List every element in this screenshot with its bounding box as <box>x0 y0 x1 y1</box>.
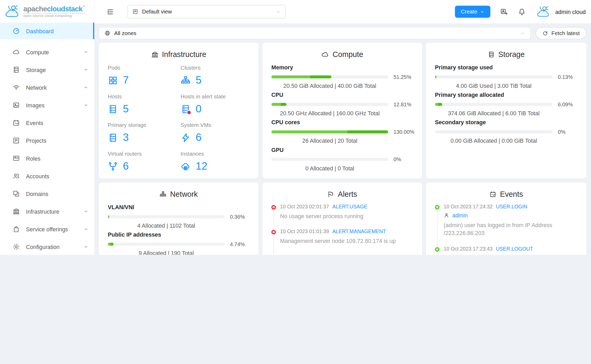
network-card: Network VLAN/VNI 0.36% 4 Allocated | 110… <box>99 182 259 255</box>
stat-instances[interactable]: Instances 12 <box>180 151 249 172</box>
sidebar-item-label: Infrastructure <box>26 208 78 214</box>
chevron-down-icon <box>276 9 281 14</box>
sidebar-collapse-icon[interactable] <box>107 8 114 15</box>
event-type-link[interactable]: USER.LOGOUT <box>496 246 533 251</box>
public-ip-metric: Public IP addresses 4.74% 9 Allocated | … <box>108 231 250 255</box>
stat-pods[interactable]: Pods 7 <box>108 65 177 86</box>
sidebar-item-compute[interactable]: Compute <box>0 44 94 60</box>
event-green-dot-icon <box>435 247 440 252</box>
topbar-actions: Create admin cloud <box>455 4 586 19</box>
sidebar-item-service-offerings[interactable]: Service offerings <box>0 221 94 237</box>
sidebar-nav: Dashboard Compute Storage Network Images <box>0 23 94 255</box>
main-area: Default view Create <box>95 0 591 255</box>
sidebar-item-roles[interactable]: Roles <box>0 150 94 167</box>
bell-icon[interactable] <box>518 8 526 16</box>
alerts-timeline: 10 Oct 2023 02:01:37ALERT.USAGE No usage… <box>271 204 413 255</box>
monkey-cloud-logo-icon <box>4 3 21 19</box>
translate-icon[interactable] <box>500 8 508 16</box>
cloud-icon <box>321 50 329 58</box>
chevron-down-icon <box>84 209 88 214</box>
user-menu[interactable]: admin cloud <box>536 4 586 19</box>
id-card-icon <box>12 155 20 162</box>
sidebar-item-label: Service offerings <box>26 226 78 232</box>
sidebar-item-network[interactable]: Network <box>0 79 94 96</box>
event-green-dot-icon <box>435 205 440 209</box>
cpu-progress-bar <box>271 103 388 106</box>
fetch-latest-button[interactable]: Fetch latest <box>536 27 587 39</box>
flag-icon <box>327 191 335 198</box>
sidebar-item-events[interactable]: Events <box>0 114 94 131</box>
view-selector[interactable]: Default view <box>127 5 286 18</box>
stat-virtual-routers[interactable]: Virtual routers 6 <box>108 151 177 172</box>
calendar-check-icon <box>489 191 497 198</box>
primary-storage-used-metric: Primary storage used 0.13% 4.00 GiB Used… <box>435 64 578 89</box>
sidebar-item-projects[interactable]: Projects <box>0 132 94 149</box>
zone-selector[interactable]: All zones <box>99 27 531 39</box>
project-board-icon <box>12 137 20 145</box>
alert-item[interactable]: 10 Aug 2023 15:03:18ALERT.MANAGEMENT Man… <box>280 254 413 255</box>
shopping-bag-icon <box>12 225 20 233</box>
gpu-metric: GPU 0% 0 Allocated | 0 Total <box>271 147 413 171</box>
sidebar-item-accounts[interactable]: Accounts <box>0 168 94 184</box>
globe-icon <box>104 30 111 36</box>
event-user-link[interactable]: admin <box>452 212 468 218</box>
alert-item[interactable]: 10 Oct 2023 02:01:37ALERT.USAGE No usage… <box>280 204 413 220</box>
sidebar-item-label: Accounts <box>26 173 88 179</box>
cloudstack-dashboard: apachecloudstack™ open source cloud comp… <box>0 0 591 255</box>
sidebar-item-label: Configuration <box>26 244 78 250</box>
event-user-link[interactable]: admin <box>452 254 468 255</box>
sidebar-item-label: Storage <box>26 66 78 73</box>
avatar <box>536 4 551 19</box>
red-status-dot <box>187 110 192 115</box>
vlan-metric: VLAN/VNI 0.36% 4 Allocated | 1102 Total <box>108 204 250 229</box>
image-icon <box>12 101 20 109</box>
chevron-down-icon <box>84 68 88 72</box>
compute-card-title: Compute <box>271 50 413 59</box>
sidebar-item-infrastructure[interactable]: Infrastructure <box>0 203 94 220</box>
events-timeline: 10 Oct 2023 17:24:32USER.LOGIN admin (ad… <box>435 204 578 255</box>
zone-bar: All zones Fetch latest <box>99 27 587 39</box>
user-name: admin cloud <box>555 8 586 15</box>
alert-type-link[interactable]: ALERT.MANAGEMENT <box>332 229 386 234</box>
pods-grid-icon <box>108 75 118 85</box>
sidebar-item-label: Dashboard <box>26 28 88 34</box>
view-selector-value: Default view <box>142 9 272 15</box>
stat-primary-storage[interactable]: Primary storage 3 <box>108 122 177 143</box>
project-board-icon <box>132 9 138 15</box>
network-card-title: Network <box>108 190 250 199</box>
stat-clusters[interactable]: Clusters 5 <box>180 65 249 86</box>
create-button[interactable]: Create <box>455 6 490 18</box>
caret-down-icon <box>480 9 484 14</box>
bank-icon <box>151 51 159 58</box>
sidebar-item-configuration[interactable]: Configuration <box>0 238 94 255</box>
team-icon <box>12 172 20 180</box>
event-item[interactable]: 10 Oct 2023 17:23:43USER.LOGOUT admin (a… <box>444 246 577 255</box>
logo-text: apachecloudstack™ open source cloud comp… <box>23 5 85 17</box>
sidebar-item-label: Roles <box>26 155 88 161</box>
sidebar-item-images[interactable]: Images <box>0 97 94 113</box>
calendar-check-icon <box>12 119 20 127</box>
sidebar-item-domains[interactable]: Domains <box>0 185 94 202</box>
events-card: Events 10 Oct 2023 17:24:32USER.LOGIN ad… <box>426 182 587 255</box>
database-icon <box>488 51 495 58</box>
app-logo[interactable]: apachecloudstack™ open source cloud comp… <box>0 0 94 23</box>
event-type-link[interactable]: USER.LOGIN <box>496 204 527 209</box>
event-item[interactable]: 10 Oct 2023 17:24:32USER.LOGIN admin (ad… <box>444 204 577 237</box>
stat-hosts[interactable]: Hosts 5 <box>108 93 177 115</box>
alert-type-link[interactable]: ALERT.USAGE <box>332 204 368 209</box>
sidebar-item-dashboard[interactable]: Dashboard <box>0 23 94 39</box>
card-grid: Infrastructure Pods 7 Clusters 5 Hosts <box>99 42 587 255</box>
stat-system-vms[interactable]: System VMs 6 <box>180 122 249 143</box>
sidebar-item-label: Images <box>26 102 78 108</box>
sidebar-item-storage[interactable]: Storage <box>0 61 94 78</box>
infrastructure-card-title: Infrastructure <box>108 50 250 59</box>
chevron-down-icon <box>84 50 88 54</box>
alert-red-dot-icon <box>271 230 276 234</box>
alert-type-link[interactable]: ALERT.MANAGEMENT <box>333 254 387 255</box>
dashboard-content: All zones Fetch latest Infrastructure <box>95 23 591 255</box>
cluster-icon <box>160 191 167 198</box>
alert-item[interactable]: 10 Oct 2023 01:01:39ALERT.MANAGEMENT Man… <box>280 229 413 245</box>
blocks-icon <box>12 190 20 198</box>
stat-hosts-alert[interactable]: Hosts in alert state 0 <box>180 93 249 115</box>
alert-red-dot-icon <box>271 205 276 209</box>
